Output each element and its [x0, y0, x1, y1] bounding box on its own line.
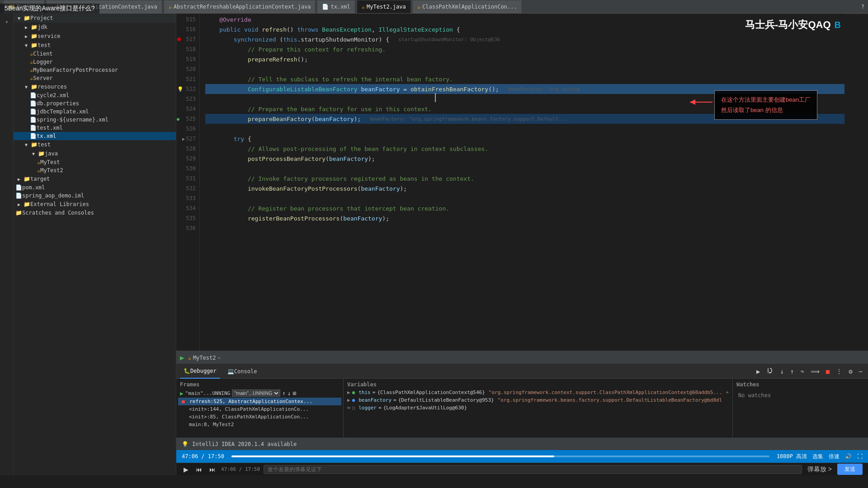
fullscreen-icon[interactable]: ⛶ [857, 453, 863, 460]
variables-header: Variables [345, 380, 731, 389]
sidebar-test-label: test [38, 42, 51, 48]
sidebar-spring-aop[interactable]: 📄 spring_aop_demo.iml [14, 192, 176, 200]
sidebar-spring-user[interactable]: 📄 spring-${username}.xml [14, 116, 176, 124]
frame-item-0[interactable]: ■ refresh:525, AbstractApplicationContex… [178, 398, 341, 405]
line-529: 529 [176, 154, 199, 164]
code-line-533 [205, 193, 844, 203]
sidebar-target[interactable]: ▶ 📁 target [14, 174, 176, 183]
thread-resume-icon[interactable]: ▶ [180, 390, 184, 397]
settings-debug-icon[interactable]: ⚙ [847, 367, 854, 376]
sidebar-jdbc[interactable]: 📄 jdbcTemplate.xml [14, 108, 176, 116]
window-controls: ? [861, 4, 864, 10]
sidebar-cycle2[interactable]: 📄 cycle2.xml [14, 91, 176, 99]
var-expand-this[interactable]: ▶ [347, 389, 350, 395]
line-536: 536 [176, 223, 199, 233]
step-up-icon[interactable]: ↑ [282, 390, 286, 397]
add-watch-this[interactable]: + [726, 389, 729, 395]
favorites-icon[interactable]: ★ [1, 17, 12, 28]
code-line-521: // Tell the subclass to refresh the inte… [205, 74, 844, 84]
step-out-button[interactable]: ↑ [788, 367, 796, 376]
more-debug-icon[interactable]: ⋮ [834, 367, 844, 376]
step-into-button[interactable]: ↓ [778, 367, 785, 376]
filter-icon[interactable]: ⊞ [293, 390, 297, 397]
sidebar-java-folder[interactable]: ▼ 📁 java [14, 149, 176, 158]
run-to-cursor-button[interactable]: ↷ [798, 367, 806, 376]
var-expand-logger[interactable]: ∞ [347, 405, 350, 411]
thread-selector[interactable]: "main"...UNNING [232, 389, 280, 397]
code-content: @Override public void refresh() throws B… [200, 14, 844, 351]
video-progress-bar[interactable] [231, 455, 769, 457]
help-icon[interactable]: ? [861, 4, 864, 10]
sidebar-mybeanfactory[interactable]: ☕ MyBeanFactoryPostProcessor [14, 66, 176, 74]
code-line-530 [205, 164, 844, 174]
java-icon-mytest2: ☕ [37, 167, 40, 174]
frame-item-3[interactable]: main:8, MyTest2 [178, 421, 341, 428]
watches-header: Watches [735, 380, 866, 389]
step-over-button[interactable] [764, 366, 775, 376]
expand-icon: ▶ [15, 175, 23, 183]
stop-button[interactable]: ■ [824, 367, 831, 376]
sidebar-scratches[interactable]: 📁 Scratches and Consoles [14, 209, 176, 217]
frames-controls: ▶ "main"...UNNING "main"...UNNING ↑ ↓ ⊞ [178, 389, 341, 398]
debug-resume-icon[interactable]: ▶ [180, 353, 184, 362]
tab-classpathxml[interactable]: ☕ ClassPathXmlApplicationCon... [413, 0, 522, 13]
play-pause-button[interactable]: ▶ [182, 465, 190, 474]
volume-icon[interactable]: 🔊 [845, 453, 852, 460]
sidebar-service[interactable]: ▶ 📁 service [14, 32, 176, 41]
horizontal-scrollbar[interactable] [844, 14, 868, 18]
sidebar-tx-xml[interactable]: 📄 tx.xml [14, 132, 176, 140]
sidebar-mytest2[interactable]: ☕ MyTest2 [14, 166, 176, 174]
sidebar-project-root[interactable]: ▼ 📁 Project [14, 14, 176, 23]
send-button[interactable]: 发送 [837, 464, 863, 475]
debug-action-icons: ▶ ↓ ↑ ↷ ⟹ ■ ⋮ ⚙ − [755, 366, 864, 376]
line-515: 515 [176, 14, 199, 24]
sidebar-logger[interactable]: ☕ Logger [14, 58, 176, 66]
skip-forward-button[interactable]: ⏭ [208, 465, 217, 474]
sidebar-target-label: target [30, 176, 50, 182]
hint-text: IntelliJ IDEA 2020.1.4 available [192, 441, 297, 447]
step-down-icon[interactable]: ↓ [288, 390, 291, 397]
sidebar-test2-folder[interactable]: ▼ 📁 test [14, 140, 176, 149]
debug-close-icon[interactable]: ✕ [217, 355, 220, 360]
sidebar-test-xml[interactable]: 📄 test.xml [14, 124, 176, 132]
danmaku-toggle-button[interactable]: 弹幕放 > [806, 465, 834, 474]
java-icon-server: ☕ [30, 75, 33, 81]
skip-back-button[interactable]: ⏮ [194, 465, 204, 474]
annotation-box: 在这个方法里面主要创建bean工厂 然后读取了bean 的信息 [714, 90, 817, 120]
sidebar-ext-libs[interactable]: ▶ 📁 External Libraries [14, 200, 176, 209]
tab-abstract-refreshable[interactable]: ☕ AbstractRefreshableApplicationContext.… [164, 0, 316, 13]
debug-session-tab-mytest2[interactable]: ☕ MyTest2 ✕ [188, 355, 221, 361]
var-expand-bf[interactable]: ▶ [347, 397, 350, 403]
minimize-debug-icon[interactable]: − [857, 367, 864, 376]
select-label[interactable]: 选集 [812, 453, 823, 460]
sidebar-mybfpp-label: MyBeanFactoryPostProcessor [33, 67, 118, 73]
speed-label[interactable]: 倍速 [829, 453, 840, 460]
expand-icon: ▶ [15, 201, 23, 208]
folder-icon-jdk: 📁 [31, 24, 38, 30]
frame-item-1[interactable]: <init>:144, ClassPathXmlApplicationCo... [178, 405, 341, 413]
sidebar-server[interactable]: ☕ Server [14, 74, 176, 82]
quality-label[interactable]: 1080P 高清 [777, 453, 807, 460]
sidebar-test-folder[interactable]: ▼ 📁 test [14, 41, 176, 50]
code-line-535: registerBeanPostProcessors(beanFactory); [205, 213, 844, 223]
sidebar-pom[interactable]: 📄 pom.xml [14, 183, 176, 192]
code-line-517: synchronized (this.startupShutdownMonito… [205, 34, 844, 44]
evaluate-button[interactable]: ⟹ [809, 367, 821, 376]
sidebar-resources[interactable]: ▼ 📁 resources [14, 82, 176, 91]
sidebar-mytest[interactable]: ☕ MyTest [14, 158, 176, 166]
debug-session-bar: ▶ ☕ MyTest2 ✕ [176, 352, 868, 364]
folder-icon-resources: 📁 [31, 84, 38, 90]
tab-mytest2[interactable]: ☕ MyTest2.java [357, 0, 411, 13]
resume-button[interactable]: ▶ [755, 367, 762, 376]
var-beanfactory: ▶ ● beanFactory = {DefaultListableBeanFa… [345, 396, 731, 404]
danmaku-input[interactable] [264, 465, 802, 474]
xml-icon-test: 📄 [30, 125, 37, 131]
sidebar-jdk[interactable]: ▶ 📁 jdk [14, 23, 176, 32]
sidebar-client[interactable]: ☕ Client [14, 50, 176, 58]
tab-tx-xml[interactable]: 📄 tx.xml [317, 0, 355, 13]
sidebar-db[interactable]: 📄 db.properties [14, 99, 176, 108]
frame-item-2[interactable]: <init>:85, ClassPathXmlApplicationCon... [178, 413, 341, 421]
code-line-528: // Allows post-processing of the bean fa… [205, 144, 844, 154]
console-tab[interactable]: 💻 Console [224, 364, 261, 379]
debugger-tab[interactable]: 🐛 Debugger [180, 364, 220, 379]
